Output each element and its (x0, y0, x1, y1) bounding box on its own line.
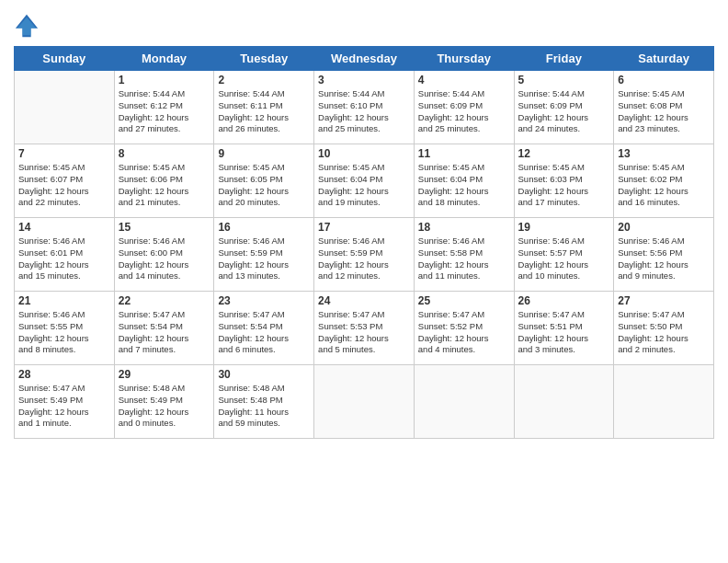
calendar-cell: 12Sunrise: 5:45 AM Sunset: 6:03 PM Dayli… (514, 144, 614, 218)
day-number: 1 (119, 74, 210, 86)
day-number: 25 (418, 294, 510, 307)
weekday-header-monday: Monday (114, 47, 214, 71)
calendar-cell (614, 365, 714, 439)
day-number: 10 (318, 147, 410, 160)
day-info: Sunrise: 5:48 AM Sunset: 5:48 PM Dayligh… (218, 383, 310, 430)
day-number: 28 (18, 368, 110, 381)
calendar-cell: 25Sunrise: 5:47 AM Sunset: 5:52 PM Dayli… (414, 292, 514, 365)
calendar-cell: 23Sunrise: 5:47 AM Sunset: 5:54 PM Dayli… (214, 292, 314, 365)
day-info: Sunrise: 5:47 AM Sunset: 5:50 PM Dayligh… (618, 309, 710, 356)
calendar-cell: 24Sunrise: 5:47 AM Sunset: 5:53 PM Dayli… (314, 292, 415, 365)
weekday-header-saturday: Saturday (614, 47, 714, 71)
calendar: SundayMondayTuesdayWednesdayThursdayFrid… (14, 46, 714, 439)
calendar-cell: 7Sunrise: 5:45 AM Sunset: 6:07 PM Daylig… (15, 144, 115, 218)
day-number: 6 (618, 74, 710, 86)
week-row-5: 28Sunrise: 5:47 AM Sunset: 5:49 PM Dayli… (15, 365, 714, 439)
day-info: Sunrise: 5:45 AM Sunset: 6:06 PM Dayligh… (119, 162, 210, 209)
day-number: 15 (119, 221, 210, 234)
calendar-cell: 11Sunrise: 5:45 AM Sunset: 6:04 PM Dayli… (414, 144, 514, 218)
day-info: Sunrise: 5:44 AM Sunset: 6:11 PM Dayligh… (218, 88, 310, 135)
calendar-cell: 5Sunrise: 5:44 AM Sunset: 6:09 PM Daylig… (514, 71, 614, 144)
weekday-header-sunday: Sunday (15, 47, 115, 71)
day-info: Sunrise: 5:47 AM Sunset: 5:54 PM Dayligh… (218, 309, 310, 356)
logo-icon (14, 13, 40, 39)
day-number: 11 (418, 147, 510, 160)
day-info: Sunrise: 5:47 AM Sunset: 5:51 PM Dayligh… (518, 309, 610, 356)
day-info: Sunrise: 5:47 AM Sunset: 5:53 PM Dayligh… (318, 309, 410, 356)
day-number: 19 (518, 221, 610, 234)
calendar-cell (15, 71, 115, 144)
day-info: Sunrise: 5:44 AM Sunset: 6:10 PM Dayligh… (318, 88, 410, 135)
day-number: 16 (218, 221, 310, 234)
day-info: Sunrise: 5:46 AM Sunset: 6:01 PM Dayligh… (18, 236, 110, 282)
svg-marker-1 (17, 17, 37, 36)
day-number: 18 (418, 221, 510, 234)
day-number: 27 (618, 294, 710, 307)
day-info: Sunrise: 5:45 AM Sunset: 6:04 PM Dayligh… (418, 162, 510, 209)
day-info: Sunrise: 5:44 AM Sunset: 6:09 PM Dayligh… (518, 88, 610, 135)
page: SundayMondayTuesdayWednesdayThursdayFrid… (0, 0, 728, 563)
header (14, 9, 714, 39)
day-info: Sunrise: 5:46 AM Sunset: 5:59 PM Dayligh… (318, 236, 410, 282)
calendar-cell: 30Sunrise: 5:48 AM Sunset: 5:48 PM Dayli… (214, 365, 314, 439)
calendar-cell: 18Sunrise: 5:46 AM Sunset: 5:58 PM Dayli… (414, 218, 514, 292)
day-number: 30 (218, 368, 310, 381)
day-info: Sunrise: 5:44 AM Sunset: 6:12 PM Dayligh… (119, 88, 210, 135)
day-info: Sunrise: 5:44 AM Sunset: 6:09 PM Dayligh… (418, 88, 510, 135)
calendar-cell: 20Sunrise: 5:46 AM Sunset: 5:56 PM Dayli… (614, 218, 714, 292)
day-number: 29 (119, 368, 210, 381)
day-info: Sunrise: 5:47 AM Sunset: 5:54 PM Dayligh… (119, 309, 210, 356)
weekday-header-tuesday: Tuesday (214, 47, 314, 71)
day-info: Sunrise: 5:45 AM Sunset: 6:08 PM Dayligh… (618, 88, 710, 135)
day-number: 17 (318, 221, 410, 234)
calendar-cell: 22Sunrise: 5:47 AM Sunset: 5:54 PM Dayli… (114, 292, 214, 365)
day-info: Sunrise: 5:45 AM Sunset: 6:04 PM Dayligh… (318, 162, 410, 209)
calendar-cell: 2Sunrise: 5:44 AM Sunset: 6:11 PM Daylig… (214, 71, 314, 144)
calendar-cell: 14Sunrise: 5:46 AM Sunset: 6:01 PM Dayli… (15, 218, 115, 292)
day-number: 24 (318, 294, 410, 307)
week-row-3: 14Sunrise: 5:46 AM Sunset: 6:01 PM Dayli… (15, 218, 714, 292)
day-info: Sunrise: 5:47 AM Sunset: 5:52 PM Dayligh… (418, 309, 510, 356)
calendar-cell (314, 365, 415, 439)
weekday-header-friday: Friday (514, 47, 614, 71)
day-number: 21 (18, 294, 110, 307)
calendar-cell: 26Sunrise: 5:47 AM Sunset: 5:51 PM Dayli… (514, 292, 614, 365)
week-row-1: 1Sunrise: 5:44 AM Sunset: 6:12 PM Daylig… (15, 71, 714, 144)
calendar-cell (514, 365, 614, 439)
day-number: 22 (119, 294, 210, 307)
calendar-cell: 28Sunrise: 5:47 AM Sunset: 5:49 PM Dayli… (15, 365, 115, 439)
day-info: Sunrise: 5:45 AM Sunset: 6:07 PM Dayligh… (18, 162, 110, 209)
day-info: Sunrise: 5:46 AM Sunset: 5:55 PM Dayligh… (18, 309, 110, 356)
calendar-cell: 8Sunrise: 5:45 AM Sunset: 6:06 PM Daylig… (114, 144, 214, 218)
calendar-cell (414, 365, 514, 439)
calendar-cell: 19Sunrise: 5:46 AM Sunset: 5:57 PM Dayli… (514, 218, 614, 292)
calendar-cell: 6Sunrise: 5:45 AM Sunset: 6:08 PM Daylig… (614, 71, 714, 144)
calendar-cell: 13Sunrise: 5:45 AM Sunset: 6:02 PM Dayli… (614, 144, 714, 218)
day-number: 20 (618, 221, 710, 234)
day-number: 12 (518, 147, 610, 160)
day-info: Sunrise: 5:46 AM Sunset: 5:58 PM Dayligh… (418, 236, 510, 282)
calendar-cell: 15Sunrise: 5:46 AM Sunset: 6:00 PM Dayli… (114, 218, 214, 292)
day-number: 3 (318, 74, 410, 86)
logo (14, 13, 41, 39)
day-info: Sunrise: 5:46 AM Sunset: 5:57 PM Dayligh… (518, 236, 610, 282)
calendar-cell: 1Sunrise: 5:44 AM Sunset: 6:12 PM Daylig… (114, 71, 214, 144)
calendar-cell: 10Sunrise: 5:45 AM Sunset: 6:04 PM Dayli… (314, 144, 415, 218)
day-info: Sunrise: 5:45 AM Sunset: 6:02 PM Dayligh… (618, 162, 710, 209)
day-info: Sunrise: 5:48 AM Sunset: 5:49 PM Dayligh… (119, 383, 210, 430)
day-number: 4 (418, 74, 510, 86)
calendar-cell: 29Sunrise: 5:48 AM Sunset: 5:49 PM Dayli… (114, 365, 214, 439)
day-number: 13 (618, 147, 710, 160)
day-number: 2 (218, 74, 310, 86)
day-number: 8 (119, 147, 210, 160)
calendar-cell: 27Sunrise: 5:47 AM Sunset: 5:50 PM Dayli… (614, 292, 714, 365)
day-info: Sunrise: 5:46 AM Sunset: 5:56 PM Dayligh… (618, 236, 710, 282)
day-info: Sunrise: 5:45 AM Sunset: 6:05 PM Dayligh… (218, 162, 310, 209)
weekday-header-thursday: Thursday (414, 47, 514, 71)
week-row-4: 21Sunrise: 5:46 AM Sunset: 5:55 PM Dayli… (15, 292, 714, 365)
day-number: 23 (218, 294, 310, 307)
week-row-2: 7Sunrise: 5:45 AM Sunset: 6:07 PM Daylig… (15, 144, 714, 218)
day-info: Sunrise: 5:46 AM Sunset: 6:00 PM Dayligh… (119, 236, 210, 282)
calendar-cell: 3Sunrise: 5:44 AM Sunset: 6:10 PM Daylig… (314, 71, 415, 144)
weekday-header-wednesday: Wednesday (314, 47, 415, 71)
